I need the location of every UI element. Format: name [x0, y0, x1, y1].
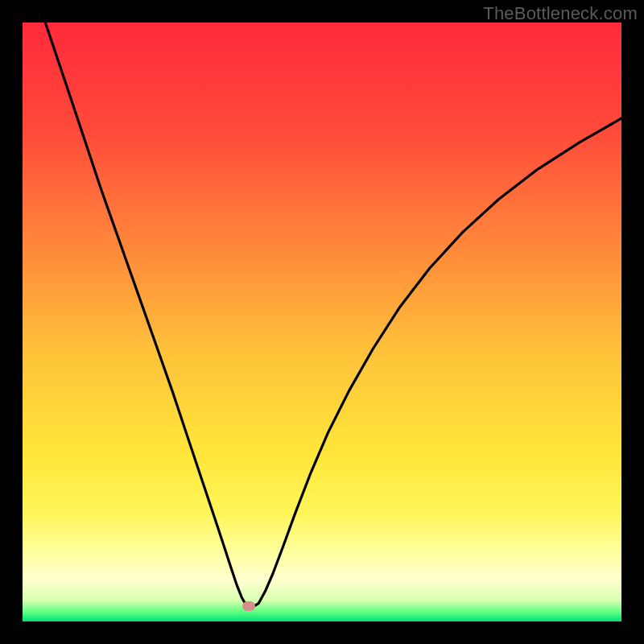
watermark-text: TheBottleneck.com	[483, 3, 638, 24]
plot-area	[23, 23, 621, 621]
bottleneck-curve	[23, 23, 621, 621]
optimal-point-marker	[242, 601, 255, 611]
